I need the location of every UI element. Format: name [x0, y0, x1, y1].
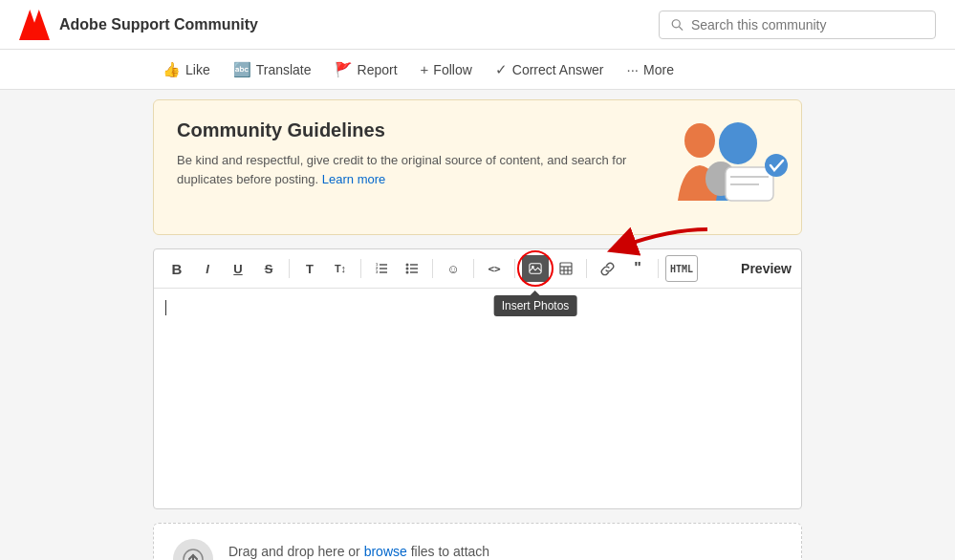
- toolbar-separator-3: [432, 259, 433, 278]
- editor-cursor: [165, 300, 166, 315]
- attach-text-after: files to attach: [407, 544, 489, 559]
- translate-label: Translate: [256, 62, 312, 77]
- more-button[interactable]: ··· More: [618, 55, 684, 83]
- insert-photos-tooltip: Insert Photos: [494, 295, 577, 316]
- attach-area: Drag and drop here or browse files to at…: [153, 523, 802, 560]
- browse-link[interactable]: browse: [364, 544, 407, 559]
- svg-point-21: [406, 268, 409, 270]
- bold-button[interactable]: B: [163, 255, 190, 282]
- html-button[interactable]: HTML: [665, 255, 698, 282]
- follow-icon: +: [421, 61, 429, 77]
- report-icon: 🚩: [335, 61, 353, 78]
- strikethrough-button[interactable]: S: [255, 255, 282, 282]
- svg-point-22: [406, 271, 409, 274]
- more-label: More: [643, 62, 674, 77]
- checkmark-icon: ✓: [495, 61, 508, 78]
- svg-rect-23: [530, 264, 541, 274]
- follow-button[interactable]: + Follow: [411, 55, 482, 83]
- svg-line-3: [679, 27, 683, 31]
- search-icon: [671, 18, 684, 32]
- svg-rect-25: [560, 263, 572, 274]
- italic-button[interactable]: I: [194, 255, 221, 282]
- insert-table-button[interactable]: [553, 255, 579, 282]
- translate-icon: 🔤: [233, 61, 251, 78]
- svg-text:3: 3: [376, 269, 379, 274]
- search-input[interactable]: [691, 17, 923, 32]
- code-inline-button[interactable]: <>: [481, 255, 508, 282]
- blockquote-button[interactable]: ": [624, 255, 651, 282]
- insert-photos-wrapper: Insert Photos: [522, 255, 549, 282]
- emoji-button[interactable]: ☺: [440, 255, 467, 282]
- correct-answer-label: Correct Answer: [512, 62, 604, 77]
- toolbar-separator-5: [514, 259, 515, 278]
- like-button[interactable]: 👍 Like: [153, 55, 220, 84]
- guidelines-box: Community Guidelines Be kind and respect…: [153, 99, 802, 235]
- text-size-button[interactable]: T: [296, 255, 323, 282]
- guidelines-illustration: [635, 119, 778, 215]
- search-bar[interactable]: [659, 11, 936, 39]
- underline-button[interactable]: U: [225, 255, 251, 282]
- more-icon: ···: [627, 61, 640, 77]
- guidelines-body: Be kind and respectful, give credit to t…: [177, 151, 635, 188]
- attach-text-block: Drag and drop here or browse files to at…: [228, 544, 528, 561]
- like-icon: 👍: [163, 61, 181, 78]
- editor-container: B I U S T T↕ 123 ☺ <>: [153, 248, 802, 509]
- adobe-logo-icon: [19, 10, 50, 40]
- svg-point-2: [672, 19, 680, 27]
- attach-text: Drag and drop here or browse files to at…: [228, 544, 528, 559]
- unordered-list-button[interactable]: [399, 255, 425, 282]
- insert-photos-button[interactable]: [522, 255, 549, 282]
- report-label: Report: [358, 62, 398, 77]
- ordered-list-button[interactable]: 123: [368, 255, 395, 282]
- guidelines-learn-more-link[interactable]: Learn more: [322, 172, 385, 186]
- svg-point-10: [765, 154, 788, 177]
- attach-upload-icon: [173, 539, 213, 560]
- guidelines-text: Community Guidelines Be kind and respect…: [177, 119, 635, 188]
- toolbar-separator-4: [473, 259, 474, 278]
- editor-toolbar: B I U S T T↕ 123 ☺ <>: [154, 249, 801, 289]
- svg-point-4: [684, 123, 715, 158]
- report-button[interactable]: 🚩 Report: [325, 55, 407, 84]
- editor-body[interactable]: [154, 289, 801, 508]
- text-size2-button[interactable]: T↕: [327, 255, 354, 282]
- header-logo: Adobe Support Community: [19, 10, 258, 40]
- attach-text-before: Drag and drop here or: [228, 544, 364, 559]
- translate-button[interactable]: 🔤 Translate: [224, 55, 321, 84]
- toolbar-separator-7: [658, 259, 659, 278]
- follow-label: Follow: [433, 62, 471, 77]
- preview-button[interactable]: Preview: [741, 261, 792, 276]
- site-title: Adobe Support Community: [59, 16, 258, 33]
- toolbar-separator-6: [586, 259, 587, 278]
- svg-point-20: [406, 264, 409, 267]
- action-bar: 👍 Like 🔤 Translate 🚩 Report + Follow ✓ C…: [0, 50, 955, 90]
- guidelines-title: Community Guidelines: [177, 119, 635, 141]
- toolbar-separator-2: [360, 259, 361, 278]
- toolbar-separator-1: [289, 259, 290, 278]
- main-content: Community Guidelines Be kind and respect…: [0, 90, 955, 560]
- insert-link-button[interactable]: [594, 255, 620, 282]
- correct-answer-button[interactable]: ✓ Correct Answer: [486, 55, 614, 84]
- like-label: Like: [185, 62, 210, 77]
- svg-point-5: [719, 122, 757, 164]
- header: Adobe Support Community: [0, 0, 955, 50]
